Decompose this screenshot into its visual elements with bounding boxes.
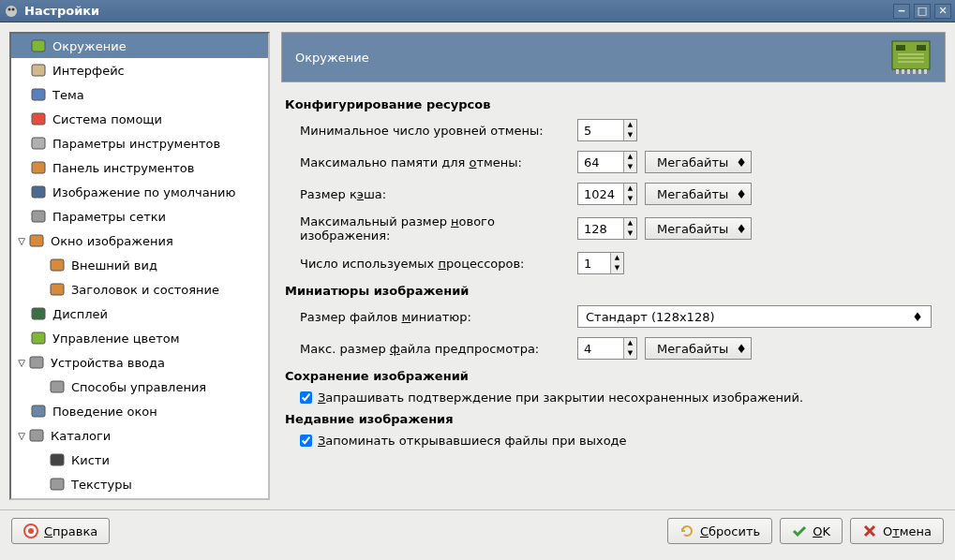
tree-item-icon [30, 86, 47, 103]
cache-spinner[interactable]: ▲▼ [577, 183, 637, 205]
tree-item-label: Окружение [52, 39, 127, 53]
tree-toggle[interactable]: ▽ [15, 358, 28, 368]
tree-item-icon [49, 281, 66, 298]
ok-button[interactable]: OK [780, 518, 843, 544]
tree-item-icon [30, 62, 47, 79]
remember-recent-checkbox[interactable] [300, 435, 312, 447]
tree-item-label: Каталоги [51, 429, 111, 443]
processors-input[interactable] [578, 253, 610, 273]
sidebar-item[interactable]: Способы управления [11, 375, 268, 399]
sidebar-item[interactable]: Управление цветом [11, 326, 268, 350]
svg-rect-28 [896, 69, 899, 74]
sidebar-item[interactable]: Тема [11, 82, 268, 107]
sidebar-item[interactable]: ▽Устройства ввода [11, 350, 268, 375]
svg-rect-16 [30, 357, 43, 368]
spin-up[interactable]: ▲ [623, 152, 636, 162]
spin-down[interactable]: ▼ [623, 162, 636, 172]
sidebar-item[interactable]: Поведение окон [11, 399, 268, 423]
cancel-button[interactable]: Отмена [850, 518, 944, 544]
sidebar-item[interactable]: Параметры сетки [11, 204, 268, 228]
cache-input[interactable] [578, 184, 623, 204]
sidebar-item[interactable]: Панель инструментов [11, 155, 268, 180]
panel-body: Конфигурирование ресурсов Минимальное чи… [281, 82, 946, 500]
thumb-size-label: Размер файлов миниатюр: [300, 310, 577, 324]
panel-header: Окружение [281, 32, 946, 82]
spin-down[interactable]: ▼ [610, 263, 623, 273]
window-title: Настройки [24, 4, 893, 18]
spin-down[interactable]: ▼ [623, 194, 636, 204]
svg-rect-19 [30, 430, 43, 441]
sidebar-item[interactable]: Дисплей [11, 302, 268, 326]
minimize-button[interactable]: ‒ [893, 4, 910, 19]
processors-spinner[interactable]: ▲▼ [577, 252, 624, 274]
svg-rect-8 [32, 162, 45, 173]
chevron-down-icon: ♦ [912, 310, 923, 324]
titlebar: Настройки ‒ □ ✕ [0, 0, 955, 22]
preferences-tree: ОкружениеИнтерфейсТемаСистема помощиПара… [11, 34, 268, 496]
svg-rect-20 [51, 454, 64, 465]
sidebar-item[interactable]: Окружение [11, 34, 268, 58]
sidebar-item[interactable]: Заголовок и состояние [11, 277, 268, 302]
remember-recent-label[interactable]: Запоминать открывавшиеся файлы при выход… [318, 434, 627, 448]
tree-item-icon [30, 208, 47, 225]
confirm-close-checkbox[interactable] [300, 391, 312, 404]
help-button[interactable]: Справка [11, 518, 110, 544]
tree-item-icon [30, 184, 47, 200]
sidebar-item[interactable]: Изображение по умолчанию [11, 180, 268, 204]
sidebar-scroll[interactable]: ОкружениеИнтерфейсТемаСистема помощиПара… [9, 32, 270, 500]
tree-toggle[interactable]: ▽ [15, 236, 28, 246]
confirm-close-label[interactable]: Запрашивать подтверждение при закрытии н… [318, 391, 803, 405]
tree-item-label: Окно изображения [51, 234, 173, 248]
sidebar-item[interactable]: ▽Каталоги [11, 423, 268, 448]
app-icon [4, 4, 19, 19]
sidebar-item[interactable]: Текстуры [11, 472, 268, 496]
sidebar-item[interactable]: Параметры инструментов [11, 131, 268, 155]
max-new-label: Максимальный размер нового изображения: [300, 214, 577, 243]
max-new-unit[interactable]: Мегабайты♦ [645, 217, 752, 240]
sidebar-item[interactable]: Внешний вид [11, 253, 268, 277]
sidebar-item[interactable]: Интерфейс [11, 58, 268, 82]
tree-item-label: Внешний вид [71, 258, 157, 273]
undo-memory-spinner[interactable]: ▲▼ [577, 151, 637, 173]
spin-up[interactable]: ▲ [610, 253, 623, 263]
spin-up[interactable]: ▲ [623, 184, 636, 194]
reset-icon [679, 523, 694, 538]
spin-up[interactable]: ▲ [623, 338, 636, 348]
svg-rect-24 [917, 45, 926, 51]
spin-down[interactable]: ▼ [623, 130, 636, 140]
svg-rect-4 [32, 65, 45, 76]
sidebar-item[interactable]: Кисти [11, 448, 268, 472]
reset-button[interactable]: Сбросить [667, 518, 772, 544]
spin-up[interactable]: ▲ [623, 218, 636, 228]
spin-down[interactable]: ▼ [623, 228, 636, 239]
close-button[interactable]: ✕ [934, 4, 951, 19]
undo-levels-input[interactable] [578, 120, 623, 140]
svg-rect-14 [32, 308, 45, 319]
section-recent-title: Недавние изображения [285, 412, 942, 426]
tree-toggle[interactable]: ▽ [15, 431, 28, 441]
tree-item-label: Система помощи [52, 112, 162, 126]
max-preview-input[interactable] [578, 338, 623, 359]
max-preview-unit[interactable]: Мегабайты♦ [645, 337, 752, 360]
undo-levels-spinner[interactable]: ▲▼ [577, 119, 637, 141]
tree-item-label: Параметры сетки [52, 210, 166, 224]
maximize-button[interactable]: □ [914, 4, 931, 19]
tree-item-label: Интерфейс [52, 64, 125, 78]
undo-memory-input[interactable] [578, 152, 623, 172]
cache-unit[interactable]: Мегабайты♦ [645, 183, 752, 205]
sidebar-item[interactable]: ▽Окно изображения [11, 228, 268, 253]
svg-rect-13 [51, 284, 64, 295]
section-resources-title: Конфигурирование ресурсов [285, 97, 942, 111]
svg-point-35 [28, 528, 34, 534]
thumb-size-select[interactable]: Стандарт (128x128)♦ [577, 305, 932, 328]
environment-icon [890, 37, 932, 78]
sidebar-item[interactable]: Система помощи [11, 107, 268, 131]
spin-up[interactable]: ▲ [623, 120, 636, 130]
svg-rect-5 [32, 89, 45, 100]
max-new-input[interactable] [578, 218, 623, 239]
undo-memory-unit[interactable]: Мегабайты♦ [645, 151, 752, 173]
max-new-spinner[interactable]: ▲▼ [577, 217, 637, 240]
max-preview-spinner[interactable]: ▲▼ [577, 337, 637, 360]
svg-rect-3 [32, 40, 45, 52]
spin-down[interactable]: ▼ [623, 348, 636, 359]
